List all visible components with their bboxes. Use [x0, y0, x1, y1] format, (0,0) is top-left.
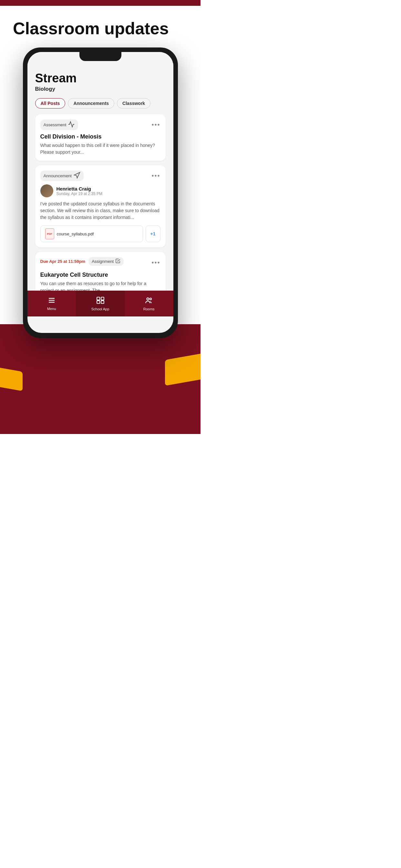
announcement-body: I've posted the updated course syllabus …: [40, 200, 160, 221]
announcement-card: Announcement •••: [35, 165, 166, 247]
stream-subtitle: Biology: [35, 86, 166, 92]
page-title: Classroom updates: [13, 20, 188, 38]
assignment-badge: Assignment: [89, 257, 124, 266]
school-app-icon: [96, 296, 104, 306]
phone-notch: [80, 52, 121, 61]
screen-content: Stream Biology All Posts Announcements C…: [27, 52, 174, 290]
phone-wrapper: Stream Biology All Posts Announcements C…: [0, 48, 201, 338]
school-app-nav-label: School App: [91, 307, 110, 311]
author-date: Sunday, Apr 19 at 2:35 PM: [57, 191, 103, 196]
assignment-body: You can use them as resources to go to f…: [40, 280, 160, 290]
stream-header: Stream Biology: [35, 71, 166, 92]
rooms-nav-label: Rooms: [143, 307, 155, 311]
megaphone-icon: [73, 172, 81, 180]
tabs-row: All Posts Announcements Classwork: [35, 98, 166, 108]
assessment-badge-label: Assessment: [43, 122, 66, 127]
svg-rect-4: [101, 297, 104, 300]
assessment-body: What would happen to this cell if it wer…: [40, 142, 160, 156]
extra-count-pill[interactable]: +1: [146, 225, 160, 242]
page-title-section: Classroom updates: [0, 0, 201, 48]
assignment-badge-label: Assignment: [92, 259, 114, 264]
assignment-card: Due Apr 25 at 11:59pm Assignment: [35, 252, 166, 290]
due-row: Due Apr 25 at 11:59pm Assignment: [40, 257, 124, 266]
author-row: Henrietta Craig Sunday, Apr 19 at 2:35 P…: [40, 184, 160, 197]
avatar: [40, 184, 53, 197]
tab-all-posts[interactable]: All Posts: [35, 98, 66, 108]
rooms-icon: [145, 296, 153, 306]
svg-point-7: [147, 298, 149, 300]
nav-menu[interactable]: Menu: [27, 290, 76, 316]
assessment-card: Assessment ••• Cell Division - Meiosis W…: [35, 114, 166, 161]
phone-screen: Stream Biology All Posts Announcements C…: [27, 52, 174, 333]
attachment-pill[interactable]: PDF course_syllabus.pdf: [40, 225, 143, 242]
assignment-icon: [115, 258, 120, 265]
assignment-top-row: Due Apr 25 at 11:59pm Assignment: [40, 257, 160, 268]
menu-nav-label: Menu: [47, 307, 56, 311]
svg-rect-3: [97, 297, 100, 300]
menu-icon: [48, 297, 56, 306]
announcement-top-row: Announcement •••: [40, 170, 160, 181]
author-info: Henrietta Craig Sunday, Apr 19 at 2:35 P…: [57, 186, 103, 196]
tab-classwork[interactable]: Classwork: [117, 98, 150, 108]
bottom-nav: Menu School App: [27, 290, 174, 316]
avatar-image: [40, 184, 53, 197]
announcement-more-button[interactable]: •••: [151, 172, 160, 180]
phone-frame: Stream Biology All Posts Announcements C…: [23, 48, 178, 338]
svg-rect-6: [101, 301, 104, 304]
assessment-badge: Assessment: [40, 120, 79, 130]
nav-school-app[interactable]: School App: [76, 290, 125, 316]
nav-rooms[interactable]: Rooms: [125, 290, 174, 316]
assessment-title: Cell Division - Meiosis: [40, 133, 160, 140]
assignment-title: Eukaryote Cell Structure: [40, 272, 160, 278]
attachment-row: PDF course_syllabus.pdf +1: [40, 225, 160, 242]
attachment-name: course_syllabus.pdf: [57, 231, 94, 237]
assessment-icon: [68, 121, 75, 129]
assignment-more-button[interactable]: •••: [151, 259, 160, 267]
pdf-icon: PDF: [45, 228, 54, 239]
svg-point-8: [150, 298, 151, 300]
due-label: Due Apr 25 at 11:59pm: [40, 259, 86, 264]
tab-announcements[interactable]: Announcements: [68, 98, 114, 108]
svg-rect-5: [97, 301, 100, 304]
background-wrapper: Classroom updates Stream Biology All Pos…: [0, 0, 201, 434]
assessment-more-button[interactable]: •••: [151, 121, 160, 128]
announcement-badge: Announcement: [40, 170, 84, 181]
author-name: Henrietta Craig: [57, 186, 103, 191]
announcement-badge-label: Announcement: [43, 174, 72, 178]
card-top-row: Assessment •••: [40, 120, 160, 130]
stream-title: Stream: [35, 71, 166, 85]
